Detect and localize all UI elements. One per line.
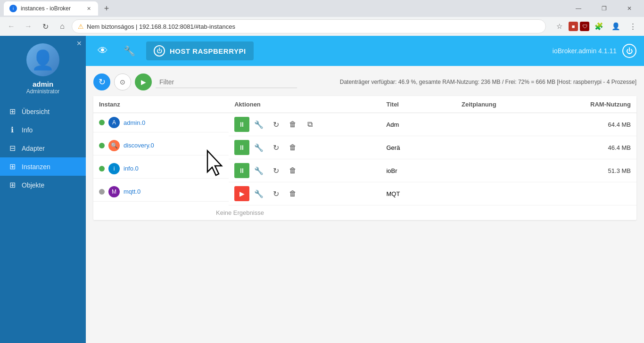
sidebar-item-instanzen[interactable]: ⊞ Instanzen: [0, 157, 86, 176]
table-row: 🔍 discovery.0 ⏸ 🔧 ↻ 🗑 Gerä 46.4 MB: [93, 136, 636, 159]
tab-title: instances - ioBroker: [21, 5, 81, 12]
filter-box: [156, 76, 297, 88]
main-area: 👁 🔧 ⏻ HOST RASPBERRYPI ioBroker.admin 4.…: [86, 36, 644, 343]
power-button[interactable]: ⏻: [622, 44, 636, 58]
actions-cell-2: ⏸ 🔧 ↻ 🗑: [229, 159, 380, 182]
instance-cell-0: A admin.0: [93, 113, 229, 132]
instance-icon-3: M: [108, 186, 120, 197]
instances-table: Instanz Aktionen Titel Zeitplanung RAM-N…: [93, 96, 636, 205]
host-button[interactable]: ⏻ HOST RASPBERRYPI: [146, 41, 254, 60]
sidebar-item-adapter[interactable]: ⊟ Adapter: [0, 139, 86, 157]
extensions-button[interactable]: 🧩: [591, 19, 606, 34]
restart-button-2[interactable]: ↻: [268, 163, 283, 178]
instanzen-icon: ⊞: [8, 162, 17, 171]
version-label: ioBroker.admin 4.1.11: [553, 47, 617, 55]
delete-button-3[interactable]: 🗑: [285, 186, 300, 201]
instance-name-0[interactable]: admin.0: [124, 119, 145, 126]
col-instanz: Instanz: [93, 96, 229, 113]
profile-button[interactable]: 👤: [608, 19, 623, 34]
adapter-label: Adapter: [22, 145, 45, 152]
wrench-button-3[interactable]: 🔧: [251, 186, 266, 201]
instance-cell-1: 🔍 discovery.0: [93, 136, 229, 155]
instance-icon-1: 🔍: [108, 140, 120, 151]
sidebar-close-button[interactable]: ✕: [76, 40, 82, 47]
instanzen-label: Instanzen: [22, 163, 50, 171]
restart-button-3[interactable]: ↻: [268, 186, 283, 201]
wrench-button-0[interactable]: 🔧: [251, 117, 266, 132]
actions-cell-3: ▶ 🔧 ↻ 🗑: [229, 182, 380, 205]
schedule-cell-3: [456, 182, 546, 205]
ubersicht-label: Übersicht: [22, 108, 50, 115]
wrench-button-1[interactable]: 🔧: [251, 140, 266, 155]
instance-icon-2: i: [108, 163, 120, 174]
pause-button-1[interactable]: ⏸: [234, 140, 249, 155]
header-right: ioBroker.admin 4.1.11 ⏻: [553, 44, 636, 58]
url-text: Nem biztonságos | 192.168.8.102:8081/#ta…: [87, 23, 235, 30]
sidebar-profile: ✕ 👤 admin Administrator: [0, 36, 86, 102]
extension-red-button[interactable]: ■: [569, 22, 578, 31]
actions-cell-0: ⏸ 🔧 ↻ 🗑 ⧉: [229, 113, 380, 136]
tab-favicon: i: [9, 5, 17, 12]
no-results-label: Keine Ergebnisse: [93, 205, 636, 220]
pause-button-3[interactable]: ▶: [234, 186, 249, 201]
profile-role: Administrator: [26, 88, 60, 95]
sidebar-item-ubersicht[interactable]: ⊞ Übersicht: [0, 102, 86, 121]
instance-cell-3: M mqtt.0: [93, 182, 229, 202]
info-label: Info: [22, 126, 33, 134]
new-tab-button[interactable]: +: [100, 2, 113, 15]
restart-button-0[interactable]: ↻: [268, 117, 283, 132]
instance-name-1[interactable]: discovery.0: [124, 142, 154, 149]
status-dot-0: [99, 120, 105, 125]
actions-cell-1: ⏸ 🔧 ↻ 🗑: [229, 136, 380, 159]
col-ram: RAM-Nutzung: [546, 96, 636, 113]
link-button-0[interactable]: ⧉: [302, 117, 317, 132]
close-window-button[interactable]: ✕: [619, 0, 640, 17]
filter-input[interactable]: [156, 76, 297, 88]
browser-tab[interactable]: i instances - ioBroker ✕: [4, 1, 98, 16]
sidebar-item-info[interactable]: ℹ Info: [0, 121, 86, 139]
info-icon: ℹ: [8, 125, 17, 134]
col-aktionen: Aktionen: [229, 96, 380, 113]
maximize-button[interactable]: ❐: [593, 0, 615, 17]
wrench-button-2[interactable]: 🔧: [251, 163, 266, 178]
home-button[interactable]: ⌂: [55, 19, 70, 34]
restart-button-1[interactable]: ↻: [268, 140, 283, 155]
table-row: i info.0 ⏸ 🔧 ↻ 🗑 ioBr 51.3 MB: [93, 159, 636, 182]
instance-name-3[interactable]: mqtt.0: [124, 188, 140, 195]
ram-cell-0: 64.4 MB: [546, 113, 636, 136]
reload-button[interactable]: ↻: [38, 19, 53, 34]
menu-button[interactable]: ⋮: [625, 19, 640, 34]
play-button[interactable]: ▶: [135, 74, 152, 90]
extension-shield-button[interactable]: 🛡: [580, 22, 589, 31]
settings-button[interactable]: 🔧: [120, 41, 139, 60]
instance-name-2[interactable]: info.0: [124, 165, 139, 172]
minimize-button[interactable]: —: [568, 0, 589, 17]
bookmark-button[interactable]: ☆: [552, 19, 567, 34]
delete-button-1[interactable]: 🗑: [285, 140, 300, 155]
host-label: HOST RASPBERRYPI: [170, 47, 246, 55]
ubersicht-icon: ⊞: [8, 107, 17, 116]
eye-button[interactable]: 👁: [93, 41, 112, 60]
delete-button-0[interactable]: 🗑: [285, 117, 300, 132]
url-value: 192.168.8.102:8081/#tab-instances: [139, 23, 235, 30]
back-button[interactable]: ←: [4, 19, 19, 34]
sidebar-item-objekte[interactable]: ⊞ Objekte: [0, 176, 86, 194]
refresh-button[interactable]: ↻: [93, 74, 110, 90]
url-prefix: Nem biztonságos |: [87, 23, 139, 30]
ram-cell-1: 46.4 MB: [546, 136, 636, 159]
ram-cell-2: 51.3 MB: [546, 159, 636, 182]
forward-button[interactable]: →: [21, 19, 36, 34]
delete-button-2[interactable]: 🗑: [285, 163, 300, 178]
instance-icon-0: A: [108, 117, 120, 128]
pause-button-2[interactable]: ⏸: [234, 163, 249, 178]
stats-text: Datenträger verfügbar: 46.9 %, gesamte R…: [340, 79, 636, 85]
col-zeitplanung: Zeitplanung: [456, 96, 546, 113]
address-bar[interactable]: ⚠ Nem biztonságos | 192.168.8.102:8081/#…: [72, 19, 546, 33]
table-row: A admin.0 ⏸ 🔧 ↻ 🗑 ⧉ Adm 64.4 MB: [93, 113, 636, 136]
filter-button[interactable]: ⊙: [114, 74, 131, 90]
pause-button-0[interactable]: ⏸: [234, 117, 249, 132]
close-tab-button[interactable]: ✕: [85, 5, 92, 12]
col-titel: Titel: [380, 96, 456, 113]
status-dot-2: [99, 166, 105, 172]
instance-cell-2: i info.0: [93, 159, 229, 179]
